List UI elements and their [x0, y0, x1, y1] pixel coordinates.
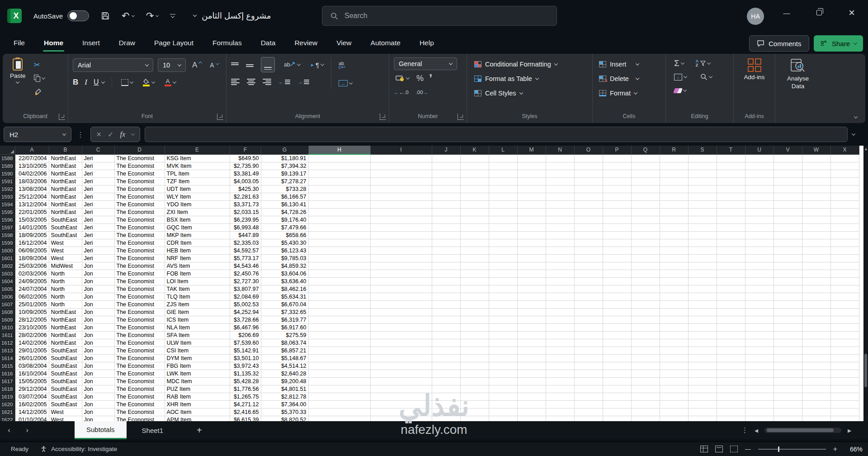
cell-U1589[interactable]	[745, 162, 774, 170]
cell-P1590[interactable]	[603, 170, 631, 177]
cell-M1591[interactable]	[517, 177, 546, 185]
cell-Q1621[interactable]	[631, 408, 660, 416]
cell-I1591[interactable]	[370, 177, 432, 185]
cell-H1618[interactable]	[308, 385, 370, 393]
cell-F1599[interactable]: $2,335.03	[230, 239, 261, 247]
cell-M1602[interactable]	[517, 262, 546, 270]
cell-P1606[interactable]	[603, 293, 631, 300]
cell-M1613[interactable]	[517, 347, 546, 354]
cell-V1607[interactable]	[774, 300, 802, 308]
cell-S1611[interactable]	[688, 331, 717, 339]
cell-Q1597[interactable]	[631, 223, 660, 231]
cell-I1619[interactable]	[370, 393, 432, 400]
cell-G1613[interactable]: $6,857.21	[261, 347, 308, 354]
cell-T1609[interactable]	[717, 316, 745, 323]
cell-R1593[interactable]	[660, 193, 688, 200]
cell-S1592[interactable]	[688, 185, 717, 193]
paste-button[interactable]: Paste	[7, 57, 28, 110]
cell-K1595[interactable]	[460, 208, 489, 216]
cell-K1605[interactable]	[460, 285, 489, 293]
cell-S1608[interactable]	[688, 308, 717, 316]
cell-K1598[interactable]	[460, 231, 489, 239]
cell-I1606[interactable]	[370, 293, 432, 300]
cell-D1605[interactable]: The Economist	[114, 285, 165, 293]
cell-Q1595[interactable]	[631, 208, 660, 216]
cell-V1616[interactable]	[774, 370, 802, 377]
cell-F1591[interactable]: $4,003.05	[230, 177, 261, 185]
cell-W1593[interactable]	[802, 193, 830, 200]
cell-H1605[interactable]	[308, 285, 370, 293]
cell-K1617[interactable]	[460, 377, 489, 385]
cell-E1618[interactable]: PUZ Item	[165, 385, 230, 393]
cell-T1599[interactable]	[717, 239, 745, 247]
cell-P1599[interactable]	[603, 239, 631, 247]
cell-H1611[interactable]	[308, 331, 370, 339]
cell-D1594[interactable]: The Economist	[114, 200, 165, 208]
accounting-format-button[interactable]	[394, 71, 411, 85]
cell-L1599[interactable]	[489, 239, 517, 247]
cell-L1592[interactable]	[489, 185, 517, 193]
cell-K1618[interactable]	[460, 385, 489, 393]
cell-M1610[interactable]	[517, 323, 546, 331]
cell-L1593[interactable]	[489, 193, 517, 200]
cell-J1595[interactable]	[432, 208, 460, 216]
cell-P1597[interactable]	[603, 223, 631, 231]
cell-O1590[interactable]	[574, 170, 603, 177]
cell-A1601[interactable]: 18/09/2004	[15, 254, 49, 262]
cell-K1608[interactable]	[460, 308, 489, 316]
cell-O1612[interactable]	[574, 339, 603, 347]
cell-M1593[interactable]	[517, 193, 546, 200]
cell-E1608[interactable]: GIE Item	[165, 308, 230, 316]
column-header-g[interactable]: G	[261, 146, 308, 154]
cell-U1612[interactable]	[745, 339, 774, 347]
cell-S1612[interactable]	[688, 339, 717, 347]
cell-Q1619[interactable]	[631, 393, 660, 400]
cell-I1605[interactable]	[370, 285, 432, 293]
cell-K1602[interactable]	[460, 262, 489, 270]
cell-D1609[interactable]: The Economist	[114, 316, 165, 323]
column-header-m[interactable]: M	[517, 146, 546, 154]
cell-C1599[interactable]: Jeri	[82, 239, 114, 247]
cell-F1590[interactable]: $3,381.49	[230, 170, 261, 177]
cell-U1622[interactable]	[745, 416, 774, 421]
cell-K1613[interactable]	[460, 347, 489, 354]
cell-S1600[interactable]	[688, 247, 717, 254]
cell-H1600[interactable]	[308, 247, 370, 254]
excel-logo-icon[interactable]: X	[7, 9, 22, 23]
column-header-i[interactable]: I	[370, 146, 432, 154]
cell-X1601[interactable]	[830, 254, 859, 262]
cell-C1588[interactable]: Jeri	[82, 154, 114, 162]
cell-W1590[interactable]	[802, 170, 830, 177]
cell-O1598[interactable]	[574, 231, 603, 239]
cell-V1601[interactable]	[774, 254, 802, 262]
cell-A1610[interactable]: 23/10/2005	[15, 323, 49, 331]
cell-N1592[interactable]	[546, 185, 574, 193]
cell-H1612[interactable]	[308, 339, 370, 347]
cell-Q1598[interactable]	[631, 231, 660, 239]
cell-J1612[interactable]	[432, 339, 460, 347]
cell-P1596[interactable]	[603, 216, 631, 223]
cell-A1594[interactable]: 13/12/2004	[15, 200, 49, 208]
cell-E1599[interactable]: CDR Item	[165, 239, 230, 247]
cell-F1613[interactable]: $5,142.91	[230, 347, 261, 354]
cell-S1589[interactable]	[688, 162, 717, 170]
cell-F1616[interactable]: $1,135.32	[230, 370, 261, 377]
cell-Q1599[interactable]	[631, 239, 660, 247]
row-header-1599[interactable]: 1599	[0, 239, 15, 247]
cell-S1599[interactable]	[688, 239, 717, 247]
row-header-1621[interactable]: 1621	[0, 408, 15, 416]
cell-E1621[interactable]: AOC Item	[165, 408, 230, 416]
cell-M1598[interactable]	[517, 231, 546, 239]
cell-L1622[interactable]	[489, 416, 517, 421]
cell-J1588[interactable]	[432, 154, 460, 162]
cell-U1598[interactable]	[745, 231, 774, 239]
cell-C1591[interactable]: Jeri	[82, 177, 114, 185]
cell-C1619[interactable]: Jon	[82, 393, 114, 400]
cell-B1601[interactable]: West	[49, 254, 82, 262]
align-center-button[interactable]	[247, 79, 255, 85]
cell-N1590[interactable]	[546, 170, 574, 177]
cell-G1612[interactable]: $8,063.74	[261, 339, 308, 347]
cell-F1619[interactable]: $1,265.75	[230, 393, 261, 400]
cell-G1588[interactable]: $1,180.91	[261, 154, 308, 162]
cell-O1597[interactable]	[574, 223, 603, 231]
